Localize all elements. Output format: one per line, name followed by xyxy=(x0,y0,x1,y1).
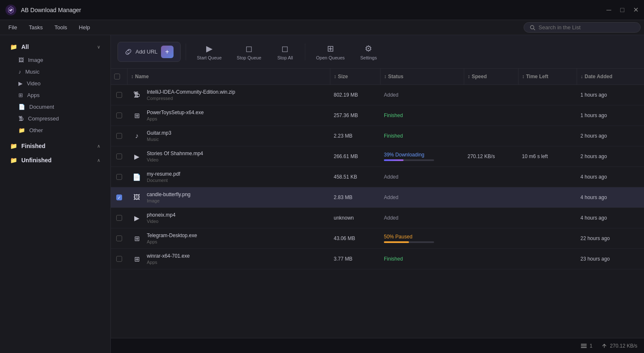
row-checkbox[interactable] xyxy=(116,215,122,221)
sidebar-item-video[interactable]: ▶ Video xyxy=(3,78,107,89)
sidebar-item-music[interactable]: ♪ Music xyxy=(3,66,107,77)
menu-help[interactable]: Help xyxy=(74,23,95,32)
main-layout: 📁 All ∨ 🖼 Image ♪ Music ▶ Video ⊞ Apps 📄… xyxy=(0,35,644,353)
queue-icon xyxy=(580,343,587,349)
file-name: IntelliJ-IDEA-Community-Edition.win.zip xyxy=(147,89,235,95)
sidebar-all[interactable]: 📁 All ∨ xyxy=(3,40,107,54)
row-checkbox[interactable] xyxy=(116,194,122,200)
th-checkbox[interactable] xyxy=(111,69,128,84)
settings-button[interactable]: ⚙ Settings xyxy=(354,40,383,64)
row-checkbox-cell[interactable] xyxy=(111,149,128,164)
row-timeleft xyxy=(519,234,577,243)
row-checkbox-cell[interactable] xyxy=(111,190,128,205)
row-checkbox-cell[interactable] xyxy=(111,170,128,184)
table-row[interactable]: 🗜 IntelliJ-IDEA-Community-Edition.win.zi… xyxy=(111,85,644,105)
row-checkbox-cell[interactable] xyxy=(111,108,128,123)
table-row[interactable]: 📄 my-resume.pdf Document 458.51 KB Added… xyxy=(111,167,644,187)
row-checkbox-cell[interactable] xyxy=(111,231,128,246)
row-name-cell: 🖼 candle-butterfly.png Image xyxy=(128,187,330,207)
row-checkbox[interactable] xyxy=(116,133,122,139)
search-input[interactable] xyxy=(539,24,634,31)
open-queues-icon: ⊞ xyxy=(327,43,334,54)
row-checkbox[interactable] xyxy=(116,113,122,118)
row-checkbox[interactable] xyxy=(116,92,122,98)
open-queues-button[interactable]: ⊞ Open Queues xyxy=(310,40,351,64)
toolbar: Add URL + ▶ Start Queue ◻ Stop Queue ◻ S… xyxy=(111,35,644,69)
header-checkbox[interactable] xyxy=(114,74,120,79)
svg-rect-3 xyxy=(581,344,587,345)
close-button[interactable]: ✕ xyxy=(632,7,639,13)
minimize-button[interactable]: ─ xyxy=(606,7,612,13)
menu-tasks[interactable]: Tasks xyxy=(24,23,48,32)
th-size[interactable]: ↕ Size xyxy=(330,69,381,84)
finished-folder-icon: 📁 xyxy=(10,143,17,149)
th-timeleft[interactable]: ↕ Time Left xyxy=(519,69,577,84)
row-timeleft xyxy=(519,173,577,181)
settings-icon: ⚙ xyxy=(365,43,372,54)
row-checkbox-cell[interactable] xyxy=(111,252,128,266)
table-row[interactable]: ⊞ Telegram-Desktop.exe Apps 43.06 MB 50%… xyxy=(111,228,644,249)
table-row[interactable]: 🖼 candle-butterfly.png Image 2.83 MB Add… xyxy=(111,187,644,208)
compressed-label: Compressed xyxy=(28,115,59,122)
sidebar-item-apps[interactable]: ⊞ Apps xyxy=(3,90,107,101)
th-speed-label: Speed xyxy=(472,74,487,79)
file-name: winrar-x64-701.exe xyxy=(147,253,190,259)
toolbar-divider-1 xyxy=(186,43,186,60)
sort-icon-timeleft: ↕ xyxy=(522,74,524,79)
all-label: All xyxy=(21,43,29,50)
sidebar-finished[interactable]: 📁 Finished ∧ xyxy=(3,139,107,153)
row-timeleft xyxy=(519,111,577,120)
sidebar-unfinished[interactable]: 📁 Unfinished ∧ xyxy=(3,153,107,167)
th-dateadded[interactable]: ↓ Date Added xyxy=(577,69,644,84)
table-row[interactable]: ▶ Stories Of Shahnme.mp4 Video 266.61 MB… xyxy=(111,146,644,167)
maximize-button[interactable]: □ xyxy=(619,7,626,13)
sort-icon-dateadded: ↓ xyxy=(580,74,583,79)
content-area: Add URL + ▶ Start Queue ◻ Stop Queue ◻ S… xyxy=(111,35,644,353)
stop-all-label: Stop All xyxy=(277,55,293,60)
unfinished-folder-icon: 📁 xyxy=(10,157,17,164)
start-queue-button[interactable]: ▶ Start Queue xyxy=(191,40,227,64)
row-checkbox-cell[interactable] xyxy=(111,129,128,143)
file-type-icon: ♪ xyxy=(131,130,143,142)
upload-icon xyxy=(601,343,608,349)
row-dateadded: 4 hours ago xyxy=(577,170,644,184)
file-type-icon: 🗜 xyxy=(131,89,143,101)
search-bar[interactable] xyxy=(524,22,641,33)
music-icon: ♪ xyxy=(18,69,21,75)
table-row[interactable]: ▶ phoneix.mp4 Video unknown Added 4 hour… xyxy=(111,208,644,228)
th-name[interactable]: ↕ Name xyxy=(128,69,330,84)
row-checkbox[interactable] xyxy=(116,235,122,241)
menu-tools[interactable]: Tools xyxy=(49,23,72,32)
all-chevron: ∨ xyxy=(97,44,100,50)
row-speed xyxy=(464,132,519,140)
svg-rect-4 xyxy=(581,345,587,346)
row-checkbox-cell[interactable] xyxy=(111,88,128,102)
sidebar-item-other[interactable]: 📁 Other xyxy=(3,125,107,136)
row-size: 458.51 KB xyxy=(330,170,381,184)
row-name-cell: 🗜 IntelliJ-IDEA-Community-Edition.win.zi… xyxy=(128,85,330,105)
sidebar-item-compressed[interactable]: 🗜 Compressed xyxy=(3,113,107,124)
stop-queue-button[interactable]: ◻ Stop Queue xyxy=(231,40,267,64)
row-checkbox[interactable] xyxy=(116,153,122,159)
sidebar-item-document[interactable]: 📄 Document xyxy=(3,101,107,113)
row-checkbox-cell[interactable] xyxy=(111,211,128,225)
table-row[interactable]: ♪ Guitar.mp3 Music 2.23 MB Finished 2 ho… xyxy=(111,126,644,146)
th-speed[interactable]: ↕ Speed xyxy=(464,69,519,84)
menu-file[interactable]: File xyxy=(3,23,22,32)
add-url-plus-icon: + xyxy=(161,46,174,58)
queue-count: 1 xyxy=(590,343,593,349)
table-row[interactable]: ⊞ winrar-x64-701.exe Apps 3.77 MB Finish… xyxy=(111,249,644,269)
sidebar-item-image[interactable]: 🖼 Image xyxy=(3,54,107,66)
file-type: Apps xyxy=(147,116,204,121)
table-row[interactable]: ⊞ PowerToysSetup-x64.exe Apps 257.36 MB … xyxy=(111,105,644,126)
row-checkbox[interactable] xyxy=(116,174,122,180)
th-status[interactable]: ↕ Status xyxy=(381,69,464,84)
row-dateadded: 2 hours ago xyxy=(577,129,644,143)
row-speed: 270.12 KB/s xyxy=(464,149,519,164)
stop-queue-icon: ◻ xyxy=(245,43,253,54)
stop-all-button[interactable]: ◻ Stop All xyxy=(271,40,300,64)
row-speed xyxy=(464,214,519,222)
add-url-button[interactable]: Add URL + xyxy=(118,42,181,62)
image-icon: 🖼 xyxy=(18,57,24,63)
row-checkbox[interactable] xyxy=(116,256,122,262)
